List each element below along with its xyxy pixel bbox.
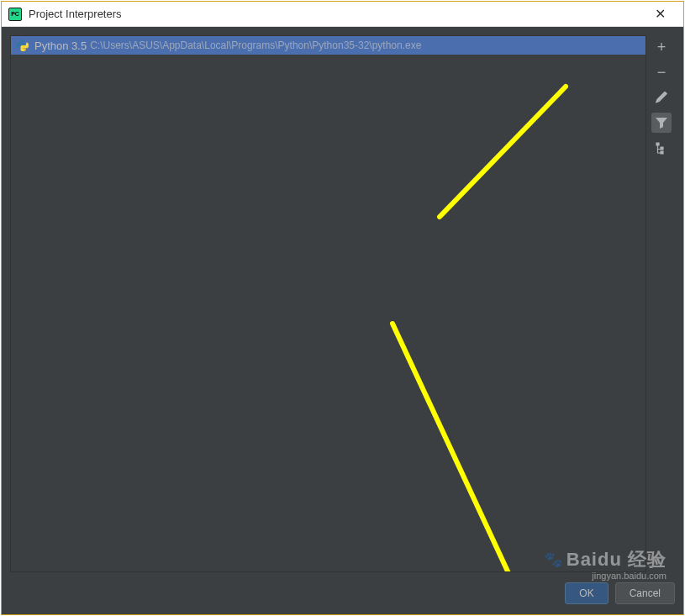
- filter-button[interactable]: [651, 113, 672, 133]
- annotation-line-2: [393, 324, 525, 571]
- svg-rect-0: [656, 143, 659, 145]
- annotation-line-1: [440, 87, 566, 217]
- pencil-icon: [655, 91, 668, 104]
- add-button[interactable]: +: [651, 37, 672, 57]
- close-button[interactable]: ✕: [643, 3, 677, 26]
- close-icon: ✕: [655, 6, 666, 22]
- interpreter-list[interactable]: Python 3.5 C:\Users\ASUS\AppData\Local\P…: [10, 35, 646, 572]
- funnel-icon: [655, 116, 668, 129]
- window-title: Project Interpreters: [29, 8, 643, 20]
- python-icon: [16, 39, 29, 52]
- ok-button[interactable]: OK: [565, 582, 608, 604]
- cancel-button[interactable]: Cancel: [615, 582, 675, 604]
- button-bar: OK Cancel: [10, 572, 675, 606]
- main-area: Python 3.5 C:\Users\ASUS\AppData\Local\P…: [10, 35, 675, 572]
- titlebar: PC Project Interpreters ✕: [2, 2, 683, 27]
- tree-icon: [655, 141, 668, 155]
- minus-icon: −: [657, 64, 667, 82]
- remove-button[interactable]: −: [651, 62, 672, 82]
- svg-rect-2: [661, 151, 663, 154]
- plus-icon: +: [657, 39, 667, 56]
- interpreter-name: Python 3.5: [34, 39, 87, 52]
- interpreter-item[interactable]: Python 3.5 C:\Users\ASUS\AppData\Local\P…: [11, 36, 645, 55]
- content-area: Python 3.5 C:\Users\ASUS\AppData\Local\P…: [2, 27, 683, 614]
- tree-button[interactable]: [651, 138, 672, 158]
- svg-rect-1: [661, 147, 663, 150]
- toolbar: + −: [651, 35, 675, 572]
- interpreter-path: C:\Users\ASUS\AppData\Local\Programs\Pyt…: [90, 39, 421, 51]
- app-icon: PC: [8, 8, 22, 21]
- window-frame: PC Project Interpreters ✕ Python 3.5 C:\…: [1, 1, 684, 615]
- annotation-overlay: [11, 36, 645, 571]
- edit-button[interactable]: [651, 87, 672, 108]
